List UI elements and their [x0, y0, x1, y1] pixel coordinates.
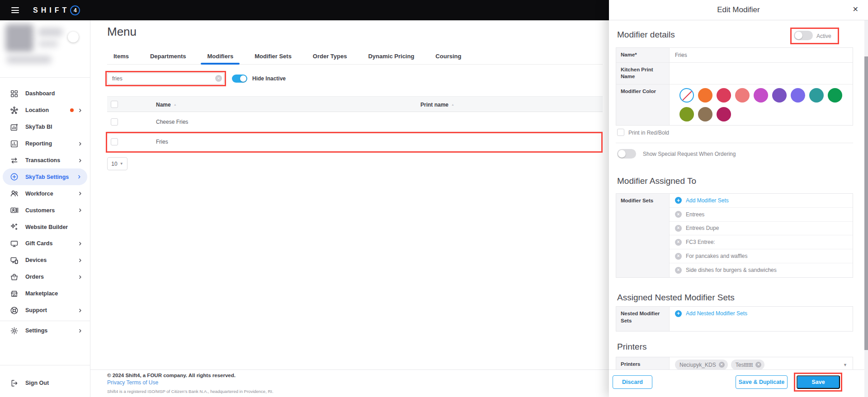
remove-icon[interactable]: × — [675, 267, 682, 274]
name-field[interactable]: Fries — [670, 48, 853, 62]
sidebar-item-skytab-bi[interactable]: SkyTab BI — [0, 119, 90, 135]
shift4-logo: SHIFT 4 — [33, 5, 80, 15]
nested-modifier-sets-form: Nested Modifier Sets +Add Nested Modifie… — [616, 306, 853, 332]
hide-inactive-toggle[interactable] — [232, 75, 247, 83]
modifier-sets-form: Modifier Sets +Add Modifier Sets×Entrees… — [616, 193, 853, 278]
color-swatch[interactable] — [735, 88, 750, 103]
blurred-venue-text — [6, 56, 52, 64]
sidebar-item-dashboard[interactable]: Dashboard — [0, 85, 90, 102]
printer-tag-testttttt: Testttttt× — [731, 360, 765, 370]
form-row-nested-sets: Nested Modifier Sets +Add Nested Modifie… — [616, 307, 853, 331]
drawer-scrollbar-thumb[interactable] — [864, 56, 868, 350]
discard-button[interactable]: Discard — [613, 375, 652, 389]
chevron-right-icon — [78, 191, 83, 196]
add-modifier-sets-link[interactable]: +Add Modifier Sets — [670, 194, 853, 208]
remove-icon[interactable]: × — [675, 225, 682, 232]
sidebar-item-skytab-settings[interactable]: SkyTab Settings — [3, 168, 87, 185]
column-header-print-name[interactable]: Print name▲ — [420, 102, 454, 108]
sidebar-item-settings[interactable]: Settings — [0, 322, 90, 339]
color-swatch-none[interactable] — [679, 88, 694, 103]
hamburger-icon[interactable] — [11, 7, 19, 13]
select-all-checkbox[interactable] — [111, 101, 118, 108]
brand-text: SHIFT — [33, 6, 70, 14]
blurred-venue-logo — [5, 24, 33, 52]
color-swatch[interactable] — [698, 107, 712, 121]
clear-search-icon[interactable]: × — [215, 75, 222, 82]
sidebar-item-website-builder[interactable]: Website Builder — [0, 219, 90, 235]
active-toggle[interactable] — [794, 31, 813, 40]
modifier-details-form: Name* Fries Kitchen Print Name Modifier … — [616, 47, 853, 126]
notification-dot — [70, 108, 74, 112]
sidebar-item-support[interactable]: Support — [0, 302, 90, 319]
field-label-modifier-color: Modifier Color — [616, 84, 670, 125]
color-swatch[interactable] — [754, 88, 768, 103]
table-row-cheese-fries[interactable]: Cheese Fries — [107, 112, 603, 132]
sidebar-item-customers[interactable]: Customers — [0, 202, 90, 219]
kitchen-print-name-field[interactable] — [670, 63, 853, 84]
row-checkbox[interactable] — [111, 118, 118, 126]
sidebar-item-transactions[interactable]: Transactions — [0, 152, 90, 169]
remove-icon[interactable]: × — [755, 362, 761, 368]
color-swatch[interactable] — [828, 88, 842, 103]
chevron-down-icon[interactable]: ▼ — [843, 363, 847, 367]
remove-icon[interactable]: × — [675, 211, 682, 218]
modifiers-table: Name▲ Print name▲ Cheese FriesFries — [107, 96, 603, 152]
sidebar-item-reporting[interactable]: Reporting — [0, 135, 90, 152]
sidebar-item-sign-out[interactable]: Sign Out — [0, 375, 90, 392]
chevron-right-icon — [78, 258, 83, 263]
privacy-terms-link[interactable]: Privacy Terms of Use — [107, 379, 609, 386]
tab-modifier-sets[interactable]: Modifier Sets — [248, 48, 298, 64]
search-input[interactable] — [107, 73, 224, 84]
color-swatch[interactable] — [679, 107, 694, 121]
collapse-sidebar-button[interactable] — [68, 32, 79, 42]
legal-text: Shift4 is a registered ISO/MSP of Citize… — [107, 389, 609, 394]
marketplace-icon — [10, 290, 19, 298]
location-icon — [10, 106, 19, 115]
print-red-bold-checkbox[interactable] — [617, 129, 624, 136]
field-label-modifier-sets: Modifier Sets — [616, 194, 670, 277]
table-header: Name▲ Print name▲ — [107, 96, 603, 112]
tab-coursing[interactable]: Coursing — [429, 48, 467, 64]
remove-icon[interactable]: × — [719, 362, 725, 368]
save-duplicate-button[interactable]: Save & Duplicate — [736, 375, 788, 389]
form-row-modifier-sets: Modifier Sets +Add Modifier Sets×Entrees… — [616, 194, 853, 277]
chevron-right-icon — [78, 241, 83, 246]
add-nested-modifier-sets-link[interactable]: +Add Nested Modifier Sets — [670, 307, 853, 321]
color-swatch[interactable] — [772, 88, 787, 103]
chevron-right-icon — [78, 328, 83, 333]
save-button[interactable]: Save — [797, 375, 840, 389]
page-size-select[interactable]: 10 ▼ — [107, 157, 127, 170]
row-checkbox[interactable] — [111, 138, 118, 145]
section-heading-assigned-to: Modifier Assigned To — [617, 176, 696, 186]
color-swatch[interactable] — [809, 88, 824, 103]
sidebar-item-marketplace[interactable]: Marketplace — [0, 285, 90, 302]
sidebar-item-orders[interactable]: Orders — [0, 269, 90, 285]
tab-dynamic-pricing[interactable]: Dynamic Pricing — [362, 48, 420, 64]
sidebar-item-workforce[interactable]: Workforce — [0, 185, 90, 202]
color-swatch[interactable] — [717, 88, 731, 103]
chevron-right-icon — [78, 158, 83, 163]
sidebar-item-location[interactable]: Location — [0, 102, 90, 119]
tab-order-types[interactable]: Order Types — [307, 48, 354, 64]
remove-icon[interactable]: × — [675, 253, 682, 260]
table-row-fries[interactable]: Fries — [107, 132, 603, 152]
tab-bar: ItemsDepartmentsModifiersModifier SetsOr… — [107, 48, 603, 65]
color-swatch[interactable] — [698, 88, 712, 103]
column-header-name[interactable]: Name▲ — [156, 102, 177, 108]
sidebar-item-devices[interactable]: Devices — [0, 252, 90, 269]
modifier-sets-list: +Add Modifier Sets×Entrees×Entrees Dupe×… — [670, 194, 853, 277]
remove-icon[interactable]: × — [675, 239, 682, 246]
sidebar-nav-settings: Settings — [0, 322, 90, 339]
cell-name: Fries — [156, 139, 168, 145]
sidebar-item-label: Marketplace — [25, 290, 83, 297]
close-icon[interactable]: ✕ — [853, 6, 859, 13]
chevron-right-icon — [78, 141, 83, 146]
color-swatch[interactable] — [717, 107, 731, 121]
tab-modifiers[interactable]: Modifiers — [201, 48, 240, 64]
special-request-toggle[interactable] — [617, 149, 636, 159]
tab-departments[interactable]: Departments — [144, 48, 192, 64]
sidebar-item-label: Support — [25, 307, 78, 313]
tab-items[interactable]: Items — [107, 48, 135, 64]
color-swatch[interactable] — [791, 88, 805, 103]
sidebar-item-gift-cards[interactable]: Gift Cards — [0, 235, 90, 252]
